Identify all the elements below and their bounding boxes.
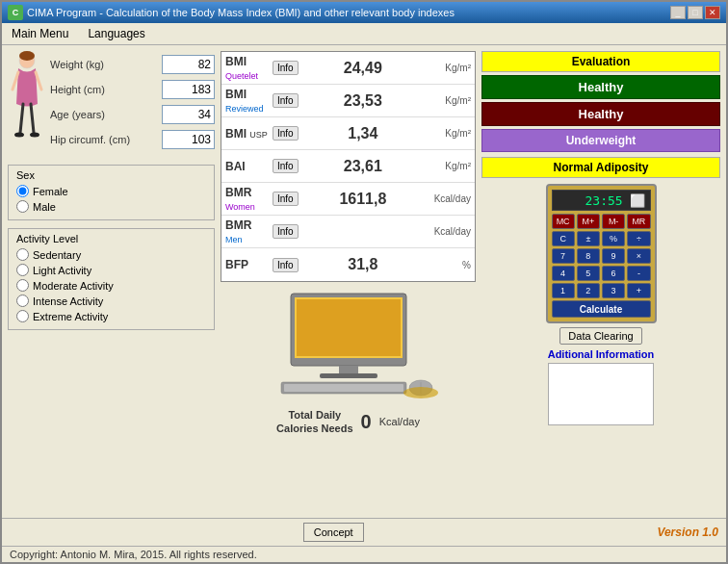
calc-display-text: 23:55 ⬜ — [585, 193, 646, 208]
title-bar: C CIMA Program - Calculation of the Body… — [2, 2, 726, 23]
bmr-women-name: BMR Women — [225, 186, 269, 213]
calories-label: Total Daily Calories Needs — [276, 408, 352, 436]
evaluation-title: Evaluation — [481, 51, 720, 72]
bmi-quetelet-unit: Kg/m² — [428, 63, 471, 73]
bmi-quetelet-info-btn[interactable]: Info — [273, 61, 299, 75]
computer-section: Total Daily Calories Needs 0 Kcal/day — [221, 289, 476, 436]
extreme-radio[interactable] — [16, 310, 29, 322]
activity-group: Activity Level Sedentary Light Activity … — [8, 228, 215, 330]
female-row: Female — [16, 185, 206, 197]
bfp-unit: % — [428, 260, 471, 270]
calc-c[interactable]: C — [552, 231, 575, 246]
bottom-bar: Concept Version 1.0 — [2, 518, 726, 546]
svg-point-6 — [14, 133, 24, 138]
bmi-quetelet-row: BMI Quetelet Info 24,49 Kg/m² — [221, 52, 475, 85]
calc-5[interactable]: 5 — [577, 266, 600, 281]
additional-title: Aditional Information — [548, 348, 655, 360]
status-bar: Copyright: Antonio M. Mira, 2015. All ri… — [2, 546, 726, 562]
calc-buttons: MC M+ M- MR C ± % ÷ 7 8 9 × 4 5 — [552, 214, 651, 318]
main-window: C CIMA Program - Calculation of the Body… — [0, 0, 728, 564]
calc-multiply[interactable]: × — [627, 248, 650, 264]
svg-point-1 — [19, 51, 35, 61]
version-text: Version 1.0 — [657, 526, 718, 539]
height-input[interactable] — [162, 80, 215, 99]
intense-radio[interactable] — [16, 295, 29, 307]
calc-mr[interactable]: MR — [627, 214, 650, 229]
calc-plusminus[interactable]: ± — [577, 231, 600, 246]
sedentary-label: Sedentary — [33, 249, 81, 261]
app-icon: C — [8, 5, 23, 20]
bmi-reviewed-unit: Kg/m² — [428, 95, 471, 106]
menu-main[interactable]: Main Menu — [6, 25, 74, 42]
light-radio[interactable] — [16, 264, 29, 276]
calc-mminus[interactable]: M- — [602, 214, 625, 229]
bmr-men-info-btn[interactable]: Info — [273, 224, 299, 239]
calc-7[interactable]: 7 — [552, 248, 575, 264]
calc-mc[interactable]: MC — [552, 214, 575, 229]
bai-info-btn[interactable]: Info — [273, 159, 299, 173]
bmi-reviewed-value: 23,53 — [299, 92, 428, 110]
calc-1[interactable]: 1 — [552, 283, 575, 298]
minimize-button[interactable]: _ — [670, 6, 686, 19]
bmr-women-sub: Women — [225, 202, 255, 212]
bmi-usp-info-btn[interactable]: Info — [273, 126, 299, 141]
female-radio[interactable] — [16, 185, 29, 197]
data-clearing-button[interactable]: Data Clearing — [559, 327, 641, 345]
bmi-reviewed-sub: Reviewed — [225, 104, 264, 114]
calc-9[interactable]: 9 — [602, 248, 625, 264]
input-fields: Weight (kg) Height (cm) Age (years) Hip … — [50, 51, 215, 149]
calc-3[interactable]: 3 — [602, 283, 625, 298]
svg-point-7 — [30, 133, 39, 138]
bmr-men-name: BMR Men — [225, 218, 269, 245]
height-label: Height (cm) — [50, 84, 105, 95]
calc-mplus[interactable]: M+ — [577, 214, 600, 229]
computer-illustration — [252, 289, 445, 404]
maximize-button[interactable]: □ — [688, 6, 703, 19]
bmi-reviewed-info-btn[interactable]: Info — [273, 93, 299, 108]
calc-divide[interactable]: ÷ — [627, 231, 650, 246]
male-row: Male — [16, 200, 206, 213]
weight-input[interactable] — [162, 55, 215, 74]
extreme-label: Extreme Activity — [33, 311, 108, 322]
middle-panel: BMI Quetelet Info 24,49 Kg/m² BMI Review… — [221, 51, 476, 512]
sedentary-row: Sedentary — [16, 248, 206, 261]
concept-button[interactable]: Concept — [303, 523, 364, 542]
bfp-name: BFP — [225, 258, 269, 271]
calc-percent[interactable]: % — [602, 231, 625, 246]
calculator-section: 23:55 ⬜ MC M+ M- MR C ± % ÷ 7 8 9 — [481, 184, 720, 425]
bmi-usp-row: BMI USP Info 1,34 Kg/m² — [221, 117, 475, 150]
intense-label: Intense Activity — [33, 295, 103, 307]
calc-4[interactable]: 4 — [552, 266, 575, 281]
calories-display-row: Total Daily Calories Needs 0 Kcal/day — [276, 408, 420, 436]
left-panel: Weight (kg) Height (cm) Age (years) Hip … — [8, 51, 215, 512]
svg-rect-10 — [297, 299, 401, 356]
bmi-reviewed-name: BMI Reviewed — [225, 88, 269, 115]
hip-input[interactable] — [162, 130, 215, 149]
calculator: 23:55 ⬜ MC M+ M- MR C ± % ÷ 7 8 9 — [546, 184, 657, 323]
sedentary-radio[interactable] — [16, 248, 29, 261]
evaluation-section: Evaluation Healthy Healthy Underweight N… — [481, 51, 720, 178]
male-radio[interactable] — [16, 200, 29, 213]
calc-plus[interactable]: + — [627, 283, 650, 298]
eval-healthy2: Healthy — [481, 102, 720, 126]
age-input[interactable] — [162, 105, 215, 124]
bmr-women-info-btn[interactable]: Info — [273, 192, 299, 206]
bai-name: BAI — [225, 160, 269, 173]
weight-label: Weight (kg) — [50, 59, 104, 70]
moderate-radio[interactable] — [16, 279, 29, 292]
calc-calculate-btn[interactable]: Calculate — [552, 300, 651, 318]
menu-languages[interactable]: Languages — [82, 25, 150, 42]
bmr-women-unit: Kcal/day — [428, 193, 471, 204]
calc-2[interactable]: 2 — [577, 283, 600, 298]
calc-minus[interactable]: - — [627, 266, 650, 281]
hip-label: Hip circumf. (cm) — [50, 134, 130, 145]
calories-value: 0 — [361, 411, 372, 433]
close-button[interactable]: ✕ — [705, 6, 720, 19]
calc-8[interactable]: 8 — [577, 248, 600, 264]
bfp-info-btn[interactable]: Info — [273, 258, 299, 272]
hip-row: Hip circumf. (cm) — [50, 130, 215, 149]
calc-6[interactable]: 6 — [602, 266, 625, 281]
person-figure — [8, 51, 46, 157]
sex-label: Sex — [16, 169, 206, 181]
bmr-men-unit: Kcal/day — [428, 226, 471, 237]
